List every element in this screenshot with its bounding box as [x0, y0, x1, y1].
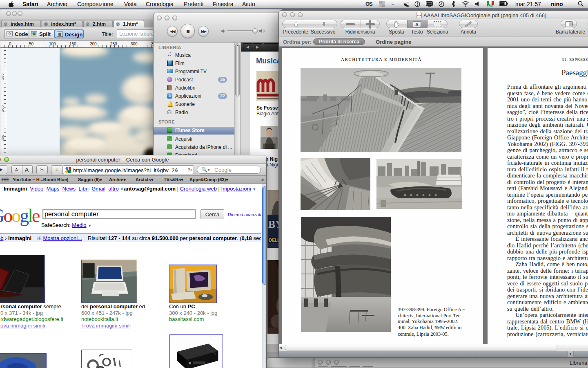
svg-text:PDF: PDF — [417, 14, 422, 17]
